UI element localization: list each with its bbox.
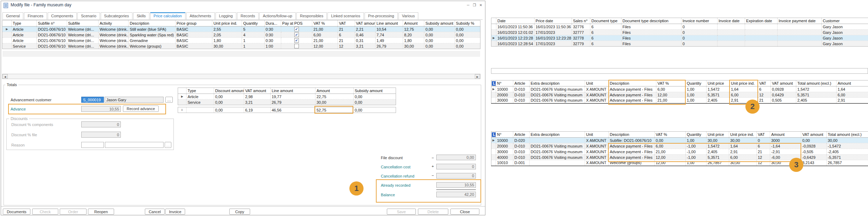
column-header[interactable]: Discount amount: [214, 88, 244, 94]
discount-components-field[interactable]: [81, 121, 121, 127]
tab-records[interactable]: Records: [237, 12, 259, 20]
column-header[interactable]: Description: [609, 132, 655, 138]
column-header[interactable]: Expiration date: [745, 18, 778, 24]
column-header[interactable]: Amount: [403, 20, 424, 26]
column-header[interactable]: VAT amount: [355, 20, 375, 26]
table-row[interactable]: ArticleDO21-00676/10Welcome (dri...Welco…: [2, 38, 480, 43]
tab-linked-scenarios[interactable]: Linked scenarios: [327, 12, 364, 20]
tab-pre-processing[interactable]: Pre-processing: [365, 12, 398, 20]
column-header[interactable]: Subfile: [67, 20, 98, 26]
tab-responsibles[interactable]: Responsibles: [296, 12, 327, 20]
close-icon[interactable]: ✕: [478, 2, 484, 8]
column-header[interactable]: Dura...: [264, 20, 281, 26]
restore-icon[interactable]: ❐: [472, 2, 477, 8]
column-header[interactable]: Unit price: [707, 80, 730, 86]
cancellation-cost-field[interactable]: [436, 164, 476, 169]
checkbox-checked-icon[interactable]: ✔: [294, 27, 299, 31]
table-row[interactable]: Service0,003,2126,7930,000,00: [178, 100, 396, 105]
column-header[interactable]: Article: [513, 80, 530, 86]
column-header[interactable]: VAT amount: [244, 88, 271, 94]
discount-file-field[interactable]: [81, 132, 121, 138]
column-header[interactable]: N°: [496, 132, 513, 138]
column-header[interactable]: Document type description: [621, 18, 681, 24]
column-header[interactable]: Subsidy amount: [354, 88, 396, 94]
order-button[interactable]: Order: [60, 209, 87, 215]
column-header[interactable]: Invoice date: [718, 18, 745, 24]
column-header[interactable]: Article: [513, 132, 530, 138]
horizontal-scrollbar[interactable]: ◀ ▶: [2, 74, 480, 79]
column-header[interactable]: Invoice number: [681, 18, 718, 24]
column-header[interactable]: Invoice payment date: [778, 18, 822, 24]
tab-attachments[interactable]: Attachments: [186, 12, 215, 20]
table-row[interactable]: ▶ArticleDO21-00676/10Welcome (dri...Welc…: [2, 26, 480, 32]
column-header[interactable]: VAT %: [656, 80, 686, 86]
table-row[interactable]: 20000D-010DO21-00676 Visiting museumX AM…: [491, 92, 868, 98]
column-header[interactable]: Subfile n°: [37, 20, 67, 26]
column-header[interactable]: Total amount (excl.): [827, 132, 868, 138]
table-row[interactable]: ▶10000D-010DO21-00676 Visiting museumX A…: [491, 86, 868, 92]
scroll-left-icon[interactable]: ◀: [2, 74, 8, 79]
delete-button[interactable]: Delete: [418, 209, 448, 215]
column-header[interactable]: Date: [496, 18, 535, 24]
documents-button[interactable]: Documents: [3, 209, 30, 215]
scroll-right-icon[interactable]: ▶: [475, 74, 480, 79]
column-header[interactable]: Quantity: [242, 20, 264, 26]
column-header[interactable]: VAT amount: [771, 80, 796, 86]
reason-code-field[interactable]: [81, 142, 104, 148]
save-button[interactable]: Save: [387, 209, 416, 215]
column-header[interactable]: Unit price: [707, 132, 729, 138]
tab-general[interactable]: General: [2, 12, 23, 20]
column-header[interactable]: Sales n°: [572, 18, 590, 24]
checkbox-checked-icon[interactable]: ✔: [294, 32, 299, 37]
customer-code-field[interactable]: [81, 97, 104, 103]
minimize-icon[interactable]: ─: [465, 2, 471, 8]
table-row[interactable]: 16/01/2023 12:28:5417/01/2023327796Files…: [491, 41, 868, 47]
column-header[interactable]: Document type: [590, 18, 621, 24]
column-header[interactable]: VAT: [338, 20, 355, 26]
already-recorded-field[interactable]: [436, 182, 476, 188]
table-row[interactable]: 20000D-010DO21-00676 Visiting museumX AM…: [491, 143, 868, 149]
reason-text-field[interactable]: [105, 142, 164, 148]
table-row[interactable]: 30000D-010DO21-00676 Visiting museumX AM…: [491, 98, 868, 103]
table-row[interactable]: 40000D-010DO21-00676 Visiting museumX AM…: [491, 155, 868, 160]
column-header[interactable]: Unit: [585, 80, 609, 86]
advance-field[interactable]: [81, 106, 121, 112]
checkbox-checked-icon[interactable]: ✔: [294, 38, 299, 43]
table-row[interactable]: 16/01/2023 11:50:3616/01/2023 11:50:3632…: [491, 24, 868, 30]
copy-button[interactable]: Copy: [229, 209, 250, 215]
column-header[interactable]: Extra description: [530, 80, 585, 86]
table-row[interactable]: Σ0,006,1946,5652,750,00: [178, 107, 396, 113]
column-header[interactable]: Customer: [822, 18, 868, 24]
table-row[interactable]: 10010D-001X AMOUNTWelcome (groups)12,001…: [491, 160, 868, 166]
column-header[interactable]: Price group: [175, 20, 212, 26]
cancellation-refund-field[interactable]: [436, 173, 476, 179]
tab-price-calculation[interactable]: Price calculation: [150, 12, 185, 20]
column-header[interactable]: Unit price ind.: [730, 80, 758, 86]
column-header[interactable]: Unit: [585, 132, 609, 138]
column-header[interactable]: Quantity: [686, 132, 707, 138]
tab-components[interactable]: Components: [48, 12, 77, 20]
column-header[interactable]: Subsidy amount: [424, 20, 455, 26]
column-header[interactable]: Type: [187, 88, 214, 94]
column-header[interactable]: Price date: [535, 18, 572, 24]
column-header[interactable]: VAT: [758, 80, 771, 86]
column-header[interactable]: N°: [496, 80, 513, 86]
record-advance-button[interactable]: Record advance: [123, 106, 159, 112]
balance-field[interactable]: [436, 192, 476, 197]
column-header[interactable]: VAT %: [655, 132, 686, 138]
column-header[interactable]: Extra description: [530, 132, 585, 138]
column-header[interactable]: Type: [12, 20, 37, 26]
column-header[interactable]: VAT: [757, 132, 770, 138]
column-header[interactable]: Total amount (excl.): [796, 80, 837, 86]
column-header[interactable]: Description: [129, 20, 175, 26]
column-header[interactable]: Amount: [315, 88, 354, 94]
checkbox-unchecked-icon[interactable]: [294, 44, 299, 48]
tab-scenario[interactable]: Scenario: [77, 12, 100, 20]
reopen-button[interactable]: Reopen: [88, 209, 114, 215]
customer-name-field[interactable]: [105, 97, 164, 103]
column-header[interactable]: Subsidy %: [455, 20, 480, 26]
column-header[interactable]: Amount: [770, 132, 801, 138]
invoice-button[interactable]: Invoice: [165, 209, 185, 215]
tab-actions-follow-up[interactable]: Actions/follow-up: [259, 12, 296, 20]
column-header[interactable]: Description: [609, 80, 656, 86]
